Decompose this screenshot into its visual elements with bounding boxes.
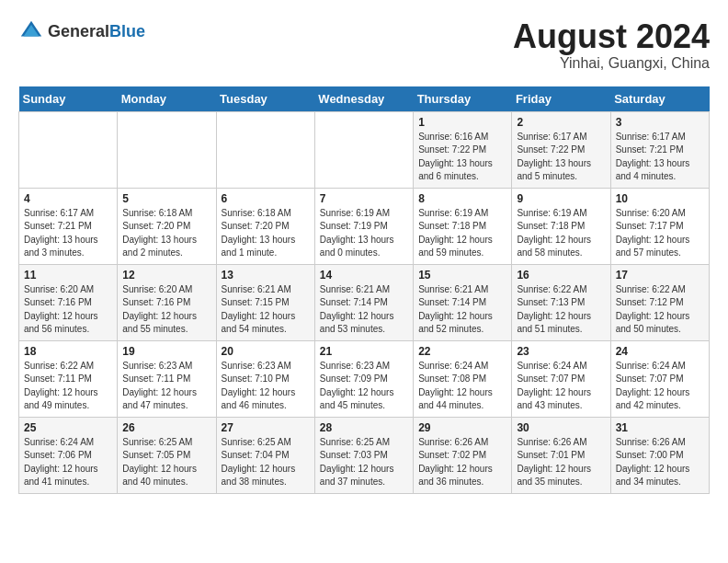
day-info: Sunrise: 6:21 AM Sunset: 7:14 PM Dayligh… xyxy=(320,283,408,337)
day-number: 8 xyxy=(418,192,506,205)
day-info: Sunrise: 6:26 AM Sunset: 7:01 PM Dayligh… xyxy=(517,436,605,489)
day-info: Sunrise: 6:24 AM Sunset: 7:07 PM Dayligh… xyxy=(517,360,605,413)
logo: GeneralBlue xyxy=(18,18,145,44)
calendar-week-row: 18Sunrise: 6:22 AM Sunset: 7:11 PM Dayli… xyxy=(19,340,710,417)
day-info: Sunrise: 6:22 AM Sunset: 7:13 PM Dayligh… xyxy=(517,283,605,337)
day-number: 3 xyxy=(616,116,704,129)
calendar-cell: 13Sunrise: 6:21 AM Sunset: 7:15 PM Dayli… xyxy=(216,264,314,340)
day-info: Sunrise: 6:21 AM Sunset: 7:14 PM Dayligh… xyxy=(418,283,506,337)
day-info: Sunrise: 6:20 AM Sunset: 7:16 PM Dayligh… xyxy=(24,283,112,337)
calendar-cell: 22Sunrise: 6:24 AM Sunset: 7:08 PM Dayli… xyxy=(414,340,512,417)
day-number: 29 xyxy=(418,421,506,434)
day-number: 18 xyxy=(24,345,112,358)
day-of-week-header: Friday xyxy=(512,86,610,112)
calendar-cell: 7Sunrise: 6:19 AM Sunset: 7:19 PM Daylig… xyxy=(314,188,413,264)
day-info: Sunrise: 6:26 AM Sunset: 7:00 PM Dayligh… xyxy=(616,436,704,489)
day-number: 2 xyxy=(517,116,605,129)
calendar-cell: 4Sunrise: 6:17 AM Sunset: 7:21 PM Daylig… xyxy=(19,188,118,264)
day-info: Sunrise: 6:21 AM Sunset: 7:15 PM Dayligh… xyxy=(222,283,310,337)
month-year-title: August 2024 xyxy=(513,18,710,55)
day-number: 17 xyxy=(616,269,704,282)
calendar-cell: 11Sunrise: 6:20 AM Sunset: 7:16 PM Dayli… xyxy=(19,264,118,340)
calendar-cell: 6Sunrise: 6:18 AM Sunset: 7:20 PM Daylig… xyxy=(216,188,314,264)
calendar-week-row: 1Sunrise: 6:16 AM Sunset: 7:22 PM Daylig… xyxy=(19,111,710,188)
calendar-week-row: 25Sunrise: 6:24 AM Sunset: 7:06 PM Dayli… xyxy=(19,417,710,493)
calendar-cell xyxy=(216,111,314,188)
day-info: Sunrise: 6:16 AM Sunset: 7:22 PM Dayligh… xyxy=(418,131,506,184)
day-number: 5 xyxy=(122,192,210,205)
calendar-cell: 3Sunrise: 6:17 AM Sunset: 7:21 PM Daylig… xyxy=(610,111,709,188)
calendar-cell: 15Sunrise: 6:21 AM Sunset: 7:14 PM Dayli… xyxy=(414,264,512,340)
location-subtitle: Yinhai, Guangxi, China xyxy=(513,55,710,72)
day-info: Sunrise: 6:20 AM Sunset: 7:16 PM Dayligh… xyxy=(122,283,210,337)
day-of-week-header: Thursday xyxy=(414,86,512,112)
day-info: Sunrise: 6:19 AM Sunset: 7:19 PM Dayligh… xyxy=(320,207,408,260)
day-number: 19 xyxy=(122,345,210,358)
day-number: 31 xyxy=(616,421,704,434)
day-number: 14 xyxy=(320,269,408,282)
day-info: Sunrise: 6:19 AM Sunset: 7:18 PM Dayligh… xyxy=(418,207,506,260)
day-info: Sunrise: 6:18 AM Sunset: 7:20 PM Dayligh… xyxy=(222,207,310,260)
day-info: Sunrise: 6:25 AM Sunset: 7:03 PM Dayligh… xyxy=(320,436,408,489)
day-info: Sunrise: 6:17 AM Sunset: 7:21 PM Dayligh… xyxy=(24,207,112,260)
calendar-cell: 23Sunrise: 6:24 AM Sunset: 7:07 PM Dayli… xyxy=(512,340,610,417)
day-number: 10 xyxy=(616,192,704,205)
day-info: Sunrise: 6:24 AM Sunset: 7:06 PM Dayligh… xyxy=(24,436,112,489)
calendar-cell: 8Sunrise: 6:19 AM Sunset: 7:18 PM Daylig… xyxy=(414,188,512,264)
day-info: Sunrise: 6:24 AM Sunset: 7:08 PM Dayligh… xyxy=(418,360,506,413)
day-info: Sunrise: 6:18 AM Sunset: 7:20 PM Dayligh… xyxy=(122,207,210,260)
calendar-cell: 24Sunrise: 6:24 AM Sunset: 7:07 PM Dayli… xyxy=(610,340,709,417)
logo-icon xyxy=(18,18,44,44)
day-number: 21 xyxy=(320,345,408,358)
calendar-table: SundayMondayTuesdayWednesdayThursdayFrid… xyxy=(18,86,710,494)
calendar-cell: 1Sunrise: 6:16 AM Sunset: 7:22 PM Daylig… xyxy=(414,111,512,188)
calendar-cell: 30Sunrise: 6:26 AM Sunset: 7:01 PM Dayli… xyxy=(512,417,610,493)
calendar-cell: 27Sunrise: 6:25 AM Sunset: 7:04 PM Dayli… xyxy=(216,417,314,493)
day-number: 27 xyxy=(222,421,310,434)
day-info: Sunrise: 6:22 AM Sunset: 7:11 PM Dayligh… xyxy=(24,360,112,413)
day-number: 7 xyxy=(320,192,408,205)
day-number: 16 xyxy=(517,269,605,282)
day-of-week-header: Monday xyxy=(118,86,216,112)
day-number: 30 xyxy=(517,421,605,434)
calendar-cell: 18Sunrise: 6:22 AM Sunset: 7:11 PM Dayli… xyxy=(19,340,118,417)
calendar-cell: 31Sunrise: 6:26 AM Sunset: 7:00 PM Dayli… xyxy=(610,417,709,493)
calendar-cell: 28Sunrise: 6:25 AM Sunset: 7:03 PM Dayli… xyxy=(314,417,413,493)
day-number: 22 xyxy=(418,345,506,358)
day-info: Sunrise: 6:25 AM Sunset: 7:04 PM Dayligh… xyxy=(222,436,310,489)
calendar-cell: 10Sunrise: 6:20 AM Sunset: 7:17 PM Dayli… xyxy=(610,188,709,264)
calendar-cell: 14Sunrise: 6:21 AM Sunset: 7:14 PM Dayli… xyxy=(314,264,413,340)
title-block: August 2024 Yinhai, Guangxi, China xyxy=(513,18,710,72)
day-info: Sunrise: 6:26 AM Sunset: 7:02 PM Dayligh… xyxy=(418,436,506,489)
day-number: 23 xyxy=(517,345,605,358)
calendar-week-row: 11Sunrise: 6:20 AM Sunset: 7:16 PM Dayli… xyxy=(19,264,710,340)
day-of-week-header: Sunday xyxy=(19,86,118,112)
day-info: Sunrise: 6:19 AM Sunset: 7:18 PM Dayligh… xyxy=(517,207,605,260)
calendar-cell: 20Sunrise: 6:23 AM Sunset: 7:10 PM Dayli… xyxy=(216,340,314,417)
day-info: Sunrise: 6:22 AM Sunset: 7:12 PM Dayligh… xyxy=(616,283,704,337)
day-number: 1 xyxy=(418,116,506,129)
calendar-cell xyxy=(118,111,216,188)
calendar-cell: 26Sunrise: 6:25 AM Sunset: 7:05 PM Dayli… xyxy=(118,417,216,493)
calendar-cell: 29Sunrise: 6:26 AM Sunset: 7:02 PM Dayli… xyxy=(414,417,512,493)
day-info: Sunrise: 6:25 AM Sunset: 7:05 PM Dayligh… xyxy=(122,436,210,489)
day-info: Sunrise: 6:24 AM Sunset: 7:07 PM Dayligh… xyxy=(616,360,704,413)
day-number: 11 xyxy=(24,269,112,282)
day-info: Sunrise: 6:23 AM Sunset: 7:11 PM Dayligh… xyxy=(122,360,210,413)
day-info: Sunrise: 6:17 AM Sunset: 7:21 PM Dayligh… xyxy=(616,131,704,184)
calendar-cell xyxy=(19,111,118,188)
day-number: 28 xyxy=(320,421,408,434)
day-number: 9 xyxy=(517,192,605,205)
calendar-cell: 5Sunrise: 6:18 AM Sunset: 7:20 PM Daylig… xyxy=(118,188,216,264)
calendar-cell: 16Sunrise: 6:22 AM Sunset: 7:13 PM Dayli… xyxy=(512,264,610,340)
calendar-body: 1Sunrise: 6:16 AM Sunset: 7:22 PM Daylig… xyxy=(19,111,710,493)
day-number: 15 xyxy=(418,269,506,282)
day-number: 24 xyxy=(616,345,704,358)
day-of-week-header: Tuesday xyxy=(216,86,314,112)
day-number: 6 xyxy=(222,192,310,205)
day-number: 13 xyxy=(222,269,310,282)
calendar-cell: 25Sunrise: 6:24 AM Sunset: 7:06 PM Dayli… xyxy=(19,417,118,493)
day-number: 4 xyxy=(24,192,112,205)
day-info: Sunrise: 6:20 AM Sunset: 7:17 PM Dayligh… xyxy=(616,207,704,260)
calendar-cell: 21Sunrise: 6:23 AM Sunset: 7:09 PM Dayli… xyxy=(314,340,413,417)
